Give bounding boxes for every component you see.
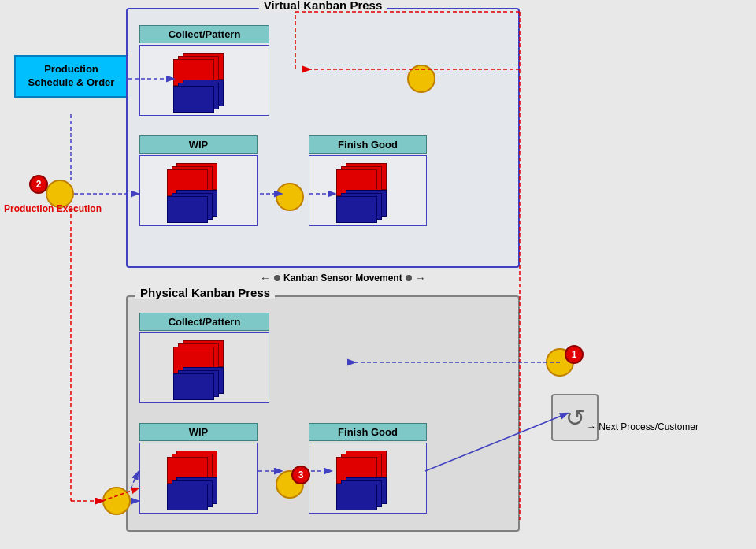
number-badge-3: 3	[291, 466, 310, 484]
physical-kanban-box: Physical Kanban Press Collect/Pattern WI…	[126, 295, 520, 532]
v-finish-cards	[336, 163, 399, 218]
production-schedule-text: Production Schedule & Order	[28, 63, 115, 88]
v-wip-section: WIP	[139, 135, 258, 226]
blue-card	[167, 484, 208, 510]
p-finish-inner	[309, 443, 427, 514]
kanban-sensor-label: ← Kanban Sensor Movement →	[260, 272, 426, 284]
blue-card	[336, 484, 377, 510]
virtual-kanban-box: Virtual Kanban Press Collect/Pattern WIP	[126, 8, 520, 268]
v-wip-inner	[139, 155, 258, 226]
v-collect-cards	[173, 53, 236, 108]
p-finish-cards	[336, 451, 399, 506]
next-process-label: → Next Process/Customer	[587, 421, 699, 432]
yellow-circle-p-mid: 3	[276, 470, 304, 499]
p-wip-inner	[139, 443, 258, 514]
p-wip-cards	[167, 451, 230, 506]
blue-card	[173, 86, 214, 113]
v-wip-cards	[167, 163, 230, 218]
v-collect-label: Collect/Pattern	[139, 25, 269, 43]
v-finish-inner	[309, 155, 427, 226]
v-finish-section: Finish Good	[309, 135, 427, 226]
p-collect-inner	[139, 332, 269, 403]
number-badge-1: 1	[565, 345, 584, 364]
physical-kanban-title: Physical Kanban Press	[135, 286, 275, 299]
p-collect-label: Collect/Pattern	[139, 313, 269, 331]
blue-card	[336, 196, 377, 223]
v-collect-inner	[139, 45, 269, 116]
recycle-icon-box: ↺	[551, 394, 598, 441]
production-execution-label: Production Execution	[4, 203, 102, 214]
v-finish-label: Finish Good	[309, 135, 427, 154]
production-schedule-box: Production Schedule & Order	[14, 55, 128, 98]
p-finish-label: Finish Good	[309, 423, 427, 441]
diagram-container: Production Schedule & Order Virtual Kanb…	[0, 0, 756, 549]
yellow-circle-v-top	[407, 65, 435, 93]
p-wip-section: WIP	[139, 423, 258, 514]
p-collect-cards	[173, 340, 236, 395]
p-finish-section: Finish Good	[309, 423, 427, 514]
v-collect-section: Collect/Pattern	[139, 25, 269, 116]
virtual-kanban-title: Virtual Kanban Press	[259, 0, 387, 12]
yellow-circle-bottom-left	[102, 487, 131, 515]
v-wip-label: WIP	[139, 135, 258, 154]
blue-card	[167, 196, 208, 223]
number-badge-2: 2	[29, 175, 48, 194]
blue-card	[173, 373, 214, 400]
p-wip-label: WIP	[139, 423, 258, 441]
yellow-circle-v-mid	[276, 183, 304, 211]
p-collect-section: Collect/Pattern	[139, 313, 269, 403]
